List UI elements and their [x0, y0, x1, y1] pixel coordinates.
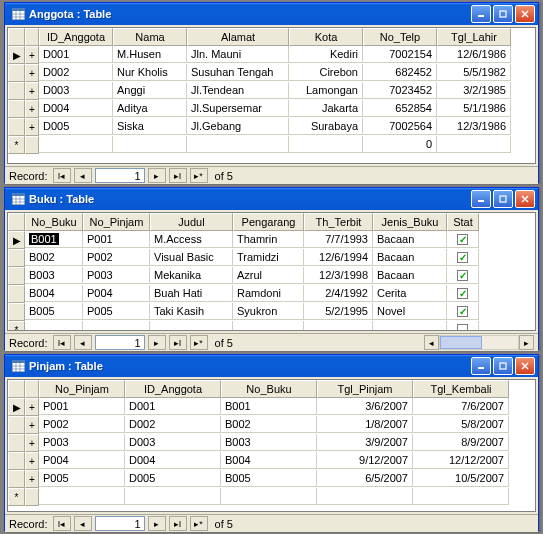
table-cell[interactable]: 7002564	[363, 118, 437, 135]
table-cell[interactable]: Jl.Tendean	[187, 82, 289, 99]
row-selector[interactable]	[8, 100, 25, 118]
table-cell[interactable]: 5/8/2007	[413, 416, 509, 433]
table-cell[interactable]: Jl.Supersemar	[187, 100, 289, 117]
nav-first-button[interactable]: I◂	[53, 335, 71, 350]
maximize-button[interactable]	[493, 357, 513, 375]
column-header[interactable]: Th_Terbit	[304, 213, 373, 231]
table-cell[interactable]: Cerita	[373, 285, 447, 302]
nav-prev-button[interactable]: ◂	[74, 335, 92, 350]
row-selector-header[interactable]	[8, 213, 25, 231]
table-cell[interactable]: 3/9/2007	[317, 434, 413, 451]
row-selector[interactable]: *	[8, 321, 25, 331]
expand-toggle[interactable]: +	[25, 452, 39, 470]
table-cell[interactable]	[150, 321, 233, 331]
table-cell[interactable]: D002	[39, 64, 113, 81]
nav-new-button[interactable]: ▸*	[190, 516, 208, 531]
column-header[interactable]: ID_Anggota	[39, 28, 113, 46]
table-cell[interactable]: ✓	[447, 303, 479, 320]
table-cell[interactable]: B001	[221, 398, 317, 415]
table-cell[interactable]: 1/8/2007	[317, 416, 413, 433]
table-cell[interactable]: Buah Hati	[150, 285, 233, 302]
titlebar[interactable]: Anggota : Table	[5, 3, 538, 25]
table-cell[interactable]: Tramidzi	[233, 249, 304, 266]
checkbox[interactable]	[457, 324, 468, 332]
table-cell[interactable]: B004	[221, 452, 317, 469]
nav-prev-button[interactable]: ◂	[74, 516, 92, 531]
minimize-button[interactable]	[471, 5, 491, 23]
table-cell[interactable]	[317, 488, 413, 505]
table-cell[interactable]: Bacaan	[373, 231, 447, 248]
table-cell[interactable]: Azrul	[233, 267, 304, 284]
table-cell[interactable]: P003	[39, 434, 125, 451]
expand-toggle[interactable]: +	[25, 470, 39, 488]
table-cell[interactable]: Susuhan Tengah	[187, 64, 289, 81]
table-cell[interactable]: 12/3/1998	[304, 267, 373, 284]
row-selector[interactable]	[8, 416, 25, 434]
nav-first-button[interactable]: I◂	[53, 516, 71, 531]
table-cell[interactable]: B003	[25, 267, 83, 284]
table-cell[interactable]: 7/6/2007	[413, 398, 509, 415]
table-cell[interactable]: Kediri	[289, 46, 363, 63]
table-cell[interactable]: 2/4/1992	[304, 285, 373, 302]
scroll-track[interactable]	[439, 335, 519, 350]
nav-last-button[interactable]: ▸I	[169, 168, 187, 183]
row-selector[interactable]: *	[8, 136, 25, 154]
table-cell[interactable]	[447, 321, 479, 331]
table-cell[interactable]: Jl.Gebang	[187, 118, 289, 135]
table-cell[interactable]: 10/5/2007	[413, 470, 509, 487]
table-cell[interactable]: Surabaya	[289, 118, 363, 135]
table-cell[interactable]: 8/9/2007	[413, 434, 509, 451]
expand-toggle[interactable]: +	[25, 64, 39, 82]
table-cell[interactable]: M.Access	[150, 231, 233, 248]
table-cell[interactable]: Siska	[113, 118, 187, 135]
table-cell[interactable]	[221, 488, 317, 505]
table-cell[interactable]: Bacaan	[373, 249, 447, 266]
table-cell[interactable]: ✓	[447, 249, 479, 266]
table-cell[interactable]: D004	[39, 100, 113, 117]
nav-new-button[interactable]: ▸*	[190, 168, 208, 183]
table-cell[interactable]: 12/3/1986	[437, 118, 511, 135]
column-header[interactable]: Jenis_Buku	[373, 213, 447, 231]
column-header[interactable]: Judul	[150, 213, 233, 231]
checkbox[interactable]: ✓	[457, 234, 468, 245]
nav-next-button[interactable]: ▸	[148, 516, 166, 531]
close-button[interactable]	[515, 5, 535, 23]
nav-first-button[interactable]: I◂	[53, 168, 71, 183]
table-cell[interactable]: M.Husen	[113, 46, 187, 63]
expand-toggle[interactable]: +	[25, 416, 39, 434]
table-cell[interactable]: P001	[83, 231, 150, 248]
expand-toggle[interactable]: +	[25, 398, 39, 416]
table-cell[interactable]	[304, 321, 373, 331]
table-cell[interactable]: B005	[221, 470, 317, 487]
table-cell[interactable]: P004	[39, 452, 125, 469]
table-cell[interactable]: D002	[125, 416, 221, 433]
table-cell[interactable]	[233, 321, 304, 331]
expand-header[interactable]	[25, 380, 39, 398]
checkbox[interactable]: ✓	[457, 252, 468, 263]
table-cell[interactable]: P003	[83, 267, 150, 284]
nav-last-button[interactable]: ▸I	[169, 335, 187, 350]
table-cell[interactable]: P002	[39, 416, 125, 433]
column-header[interactable]: ID_Anggota	[125, 380, 221, 398]
table-cell[interactable]	[25, 321, 83, 331]
table-cell[interactable]: Lamongan	[289, 82, 363, 99]
expand-toggle[interactable]: +	[25, 434, 39, 452]
row-selector[interactable]	[8, 470, 25, 488]
row-selector[interactable]	[8, 434, 25, 452]
table-cell[interactable]: D001	[39, 46, 113, 63]
table-cell[interactable]: 7/7/1993	[304, 231, 373, 248]
table-cell[interactable]: Jakarta	[289, 100, 363, 117]
table-cell[interactable]: 5/5/1982	[437, 64, 511, 81]
row-selector[interactable]	[8, 452, 25, 470]
table-cell[interactable]	[39, 136, 113, 153]
table-cell[interactable]	[125, 488, 221, 505]
table-cell[interactable]: 5/2/1995	[304, 303, 373, 320]
table-cell[interactable]: B001	[25, 231, 83, 248]
table-cell[interactable]: ✓	[447, 267, 479, 284]
table-cell[interactable]: 682452	[363, 64, 437, 81]
titlebar[interactable]: Buku : Table	[5, 188, 538, 210]
checkbox[interactable]: ✓	[457, 306, 468, 317]
record-number-input[interactable]	[95, 168, 145, 183]
scroll-left-button[interactable]: ◂	[424, 335, 439, 350]
row-selector[interactable]	[8, 249, 25, 267]
